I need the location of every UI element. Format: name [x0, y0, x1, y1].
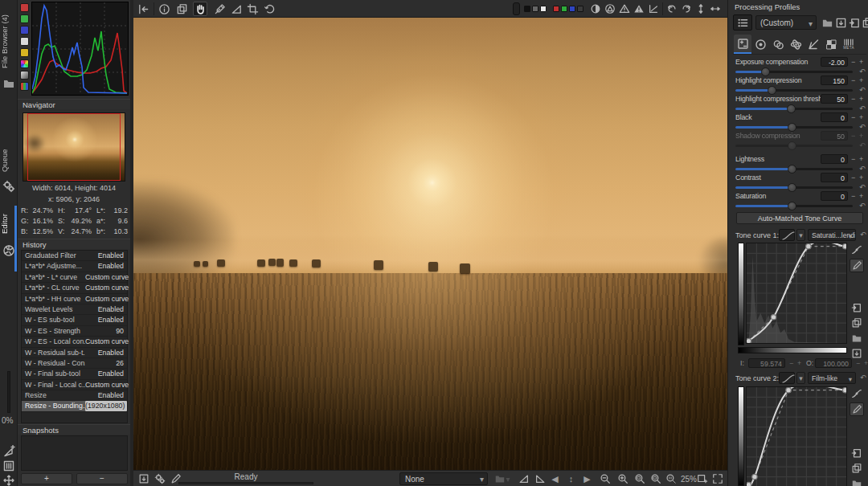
reset-icon[interactable]: ↶	[859, 165, 866, 173]
tone-curve-2-mode-select[interactable]: Film-like▾	[808, 372, 856, 384]
slider-value[interactable]: 150	[821, 76, 848, 85]
tab-color[interactable]	[769, 35, 787, 54]
histogram-raw-toggle[interactable]	[20, 71, 29, 80]
history-row[interactable]: W - Final - Local c...Custom curve	[22, 380, 127, 390]
slider-track[interactable]	[735, 71, 853, 73]
bg-white-swatch[interactable]	[540, 6, 547, 12]
aperture-icon[interactable]	[2, 244, 15, 257]
slider-value[interactable]: -2.00	[821, 57, 848, 67]
plus-icon[interactable]: +	[859, 155, 863, 163]
plus-icon[interactable]: +	[859, 76, 863, 84]
previous-image-icon[interactable]: ◀	[548, 472, 562, 485]
channel-red-swatch[interactable]	[553, 6, 559, 12]
hand-tool-icon[interactable]	[193, 2, 207, 16]
history-row[interactable]: L*a*b* Adjustme...Enabled	[22, 261, 127, 272]
minus-icon[interactable]: −	[851, 192, 855, 200]
slider-value[interactable]: 0	[821, 173, 848, 182]
reset-icon[interactable]: ↶	[860, 231, 866, 239]
tab-detail[interactable]	[751, 35, 769, 54]
curve-type-icon[interactable]	[779, 372, 795, 384]
paste-curve-icon[interactable]	[850, 300, 864, 314]
straighten-tool-icon[interactable]	[229, 2, 244, 16]
histogram-red-toggle[interactable]	[20, 3, 29, 12]
detail-window-icon[interactable]	[695, 472, 709, 485]
minus-icon[interactable]: −	[851, 58, 855, 66]
rotate-tool-icon[interactable]	[262, 2, 276, 16]
history-row[interactable]: W - ES sub-toolEnabled	[22, 315, 127, 325]
shadow-clip-icon[interactable]	[632, 2, 646, 16]
gamut-warning-icon[interactable]	[603, 2, 617, 16]
history-row-selected[interactable]: Resize - Bounding...(1920x1080)	[22, 401, 127, 411]
slider-value[interactable]: 50	[821, 94, 848, 104]
history-row[interactable]: L*a*b* - HH curveCustom curve	[22, 294, 127, 304]
slider-track[interactable]	[735, 126, 853, 129]
auto-matched-tone-curve-button[interactable]: Auto-Matched Tone Curve	[736, 212, 863, 224]
tab-editor[interactable]: Editor	[0, 209, 18, 239]
load-curve-icon[interactable]	[850, 331, 864, 345]
minus-icon[interactable]: −	[851, 155, 855, 163]
slider-track[interactable]	[735, 108, 853, 110]
zoom-fit-crop-icon[interactable]	[649, 472, 662, 485]
plus-icon[interactable]: +	[859, 113, 863, 121]
channel-green-swatch[interactable]	[561, 6, 567, 12]
bg-black-swatch[interactable]	[524, 6, 530, 12]
snapshots-header[interactable]: Snapshots	[18, 424, 130, 435]
hide-left-panel-icon[interactable]	[136, 2, 150, 16]
curve-type-icon[interactable]	[779, 229, 795, 241]
tab-metadata[interactable]: META	[840, 35, 858, 54]
history-row[interactable]: W - ES - Local con...Custom curve	[22, 337, 127, 347]
output-profile-icon[interactable]: ▾	[493, 472, 512, 485]
zoom-fit-icon[interactable]	[633, 472, 646, 485]
minus-icon[interactable]: −	[851, 174, 855, 182]
history-row[interactable]: ResizeEnabled	[22, 390, 127, 401]
add-to-queue-icon[interactable]	[153, 472, 166, 485]
paste-profile-icon[interactable]	[849, 15, 861, 30]
minus-icon[interactable]: −	[851, 76, 855, 84]
minus-icon[interactable]: −	[851, 95, 855, 103]
before-after-toggle-icon[interactable]	[517, 472, 530, 485]
zoom-out-icon[interactable]	[598, 472, 612, 485]
white-balance-picker-icon[interactable]	[212, 2, 227, 16]
slider-track[interactable]	[735, 168, 853, 170]
crop-tool-icon[interactable]	[245, 2, 260, 16]
tab-raw[interactable]	[822, 35, 840, 54]
history-row[interactable]: Graduated FilterEnabled	[22, 251, 127, 261]
plus-icon[interactable]: +	[859, 192, 863, 200]
image-list-icon[interactable]: ↕	[564, 472, 578, 485]
rotate-left-icon[interactable]	[665, 2, 679, 16]
save-image-icon[interactable]	[137, 472, 150, 485]
load-curve-icon[interactable]	[850, 476, 864, 486]
move-tool-icon[interactable]	[2, 474, 15, 486]
history-row[interactable]: L*a*b* - L* curveCustom curve	[22, 272, 127, 283]
reset-icon[interactable]: ↶	[859, 123, 866, 131]
histogram-blue-toggle[interactable]	[20, 26, 29, 35]
history-row[interactable]: W - ES - Strength90	[22, 326, 127, 337]
color-profile-select[interactable]: None ▾	[399, 472, 488, 485]
histogram-mode-toggle[interactable]	[20, 59, 29, 68]
tab-advanced[interactable]	[787, 35, 805, 54]
curve-edit-pointer-icon[interactable]	[850, 386, 864, 400]
slider-track[interactable]	[735, 186, 853, 189]
history-row[interactable]: W - Final sub-toolEnabled	[22, 369, 127, 379]
histogram-green-toggle[interactable]	[20, 14, 29, 23]
load-profile-icon[interactable]	[821, 15, 833, 30]
chevron-down-icon[interactable]: ▾	[796, 372, 805, 384]
preview-mode-icon[interactable]	[588, 2, 603, 16]
profile-list-icon[interactable]	[733, 14, 752, 31]
add-snapshot-button[interactable]: +	[21, 473, 72, 484]
tab-file-browser[interactable]: File Browser (4)	[0, 6, 18, 76]
photo-canvas[interactable]	[133, 18, 727, 470]
gears-icon[interactable]	[2, 180, 15, 193]
reset-icon[interactable]: ↶	[859, 67, 866, 76]
background-color-button[interactable]	[513, 2, 520, 15]
histogram-chroma-toggle[interactable]	[20, 48, 29, 57]
slider-track[interactable]	[735, 205, 853, 207]
histogram-luma-toggle[interactable]	[20, 37, 29, 46]
slider-value[interactable]: 0	[821, 191, 848, 201]
rotate-right-icon[interactable]	[679, 2, 694, 16]
tab-exposure[interactable]	[734, 35, 751, 54]
tab-transform[interactable]	[805, 35, 822, 54]
curve-edit-in-place-icon[interactable]	[850, 402, 864, 416]
history-header[interactable]: History	[18, 239, 130, 249]
paste-curve-icon[interactable]	[850, 446, 864, 459]
